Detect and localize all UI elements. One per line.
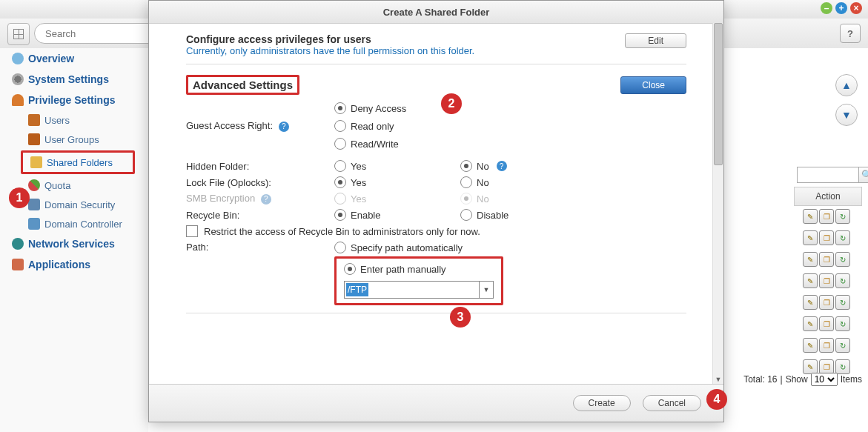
refresh-icon[interactable]: ↻ <box>835 338 850 353</box>
radio-icon <box>460 193 472 205</box>
smb-yes-option: Yes <box>334 193 431 205</box>
hidden-no-option[interactable]: No ? <box>460 160 507 172</box>
radio-icon <box>334 193 346 205</box>
refresh-icon[interactable]: ↻ <box>835 273 850 288</box>
scroll-down-button[interactable]: ▼ <box>835 104 858 126</box>
edit-icon[interactable]: ✎ <box>803 230 818 245</box>
radio-icon <box>460 176 472 188</box>
restrict-recycle-checkbox[interactable] <box>186 225 198 237</box>
path-label: Path: <box>186 242 334 253</box>
lock-file-label: Lock File (Oplocks): <box>186 177 334 188</box>
radio-icon <box>334 242 346 253</box>
sidebar-user-groups[interactable]: User Groups <box>0 130 148 149</box>
open-icon[interactable]: ❐ <box>819 295 834 310</box>
table-row-actions: ✎❐↻ <box>803 252 850 267</box>
table-row-actions: ✎❐↻ <box>803 295 850 310</box>
open-icon[interactable]: ❐ <box>819 273 834 288</box>
recycle-bin-label: Recycle Bin: <box>186 210 334 221</box>
eye-icon <box>12 53 24 64</box>
table-row-actions: ✎❐↻ <box>803 209 850 224</box>
radio-icon <box>344 263 356 275</box>
minimize-icon[interactable]: – <box>821 2 832 14</box>
search-icon[interactable]: 🔍 <box>858 167 868 183</box>
edit-icon[interactable]: ✎ <box>803 359 818 374</box>
edit-icon[interactable]: ✎ <box>803 338 818 353</box>
bin-disable-option[interactable]: Disable <box>460 209 508 221</box>
edit-button[interactable]: Edit <box>625 33 686 48</box>
edit-icon[interactable]: ✎ <box>803 273 818 288</box>
create-shared-folder-dialog: Create A Shared Folder Configure access … <box>148 0 724 422</box>
callout-4: 4 <box>706 389 727 410</box>
sidebar-system-settings[interactable]: System Settings <box>0 69 148 90</box>
sidebar-domain-controller[interactable]: Domain Controller <box>0 214 148 233</box>
help-icon[interactable]: ? <box>279 122 289 132</box>
configure-heading: Configure access privileges for users <box>186 33 625 45</box>
list-search-input[interactable]: 🔍 <box>797 167 859 183</box>
sidebar-overview[interactable]: Overview <box>0 48 148 69</box>
pager-total: Total: 16 <box>743 374 777 385</box>
edit-icon[interactable]: ✎ <box>803 209 818 224</box>
close-button[interactable]: Close <box>620 76 686 94</box>
scrollbar-thumb[interactable] <box>714 23 723 165</box>
edit-icon[interactable]: ✎ <box>803 295 818 310</box>
bin-enable-option[interactable]: Enable <box>334 209 431 221</box>
restrict-recycle-label: Restrict the access of Recycle Bin to ad… <box>204 226 480 237</box>
refresh-icon[interactable]: ↻ <box>835 252 850 267</box>
dialog-body: Configure access privileges for users Cu… <box>149 23 723 385</box>
chevron-down-icon[interactable]: ▼ <box>479 282 493 298</box>
table-row-actions: ✎❐↻ <box>803 230 850 245</box>
open-icon[interactable]: ❐ <box>819 252 834 267</box>
refresh-icon[interactable]: ↻ <box>835 230 850 245</box>
refresh-icon[interactable]: ↻ <box>835 295 850 310</box>
open-icon[interactable]: ❐ <box>819 359 834 374</box>
radio-icon <box>334 102 346 114</box>
radio-icon <box>334 209 346 221</box>
create-button[interactable]: Create <box>573 395 631 411</box>
lock-yes-option[interactable]: Yes <box>334 176 431 188</box>
refresh-icon[interactable]: ↻ <box>835 316 850 331</box>
guest-readonly-option[interactable]: Read only <box>334 120 406 132</box>
sidebar-users[interactable]: Users <box>0 110 148 130</box>
refresh-icon[interactable]: ↻ <box>835 359 850 374</box>
guest-readwrite-option[interactable]: Read/Write <box>334 138 406 150</box>
lock-no-option[interactable]: No <box>460 176 489 188</box>
path-manual-option[interactable]: Enter path manually <box>344 263 464 275</box>
refresh-icon[interactable]: ↻ <box>835 209 850 224</box>
app-grid-button[interactable] <box>7 23 30 45</box>
add-icon[interactable]: + <box>835 2 847 14</box>
callout-2: 2 <box>441 93 462 114</box>
pager-size-select[interactable]: 10 <box>811 373 838 386</box>
advanced-settings-heading: Advanced Settings <box>186 75 299 95</box>
help-icon[interactable]: ? <box>497 161 507 171</box>
radio-icon <box>334 120 346 132</box>
open-icon[interactable]: ❐ <box>819 209 834 224</box>
dialog-title: Create A Shared Folder <box>149 1 723 24</box>
path-combo[interactable]: /FTP ▼ <box>344 281 494 299</box>
close-icon[interactable]: × <box>850 2 862 14</box>
dialog-scrollbar[interactable]: ▼ <box>712 23 723 385</box>
open-icon[interactable]: ❐ <box>819 230 834 245</box>
edit-icon[interactable]: ✎ <box>803 316 818 331</box>
hidden-yes-option[interactable]: Yes <box>334 160 431 172</box>
scroll-down-icon[interactable]: ▼ <box>713 374 723 385</box>
sidebar-applications[interactable]: Applications <box>0 254 148 275</box>
smb-no-option: No <box>460 193 489 205</box>
hidden-folder-label: Hidden Folder: <box>186 161 334 172</box>
help-button[interactable]: ? <box>840 24 861 43</box>
edit-icon[interactable]: ✎ <box>803 252 818 267</box>
pager-show-label: Show <box>786 374 808 385</box>
table-row-actions: ✎❐↻ <box>803 273 850 288</box>
path-auto-option[interactable]: Specify path automatically <box>334 242 474 253</box>
open-icon[interactable]: ❐ <box>819 338 834 353</box>
scroll-up-button[interactable]: ▲ <box>835 74 858 96</box>
table-row-actions: ✎❐↻ <box>803 338 850 353</box>
cancel-button[interactable]: Cancel <box>643 395 701 411</box>
table-row-actions: ✎❐↻ <box>803 359 850 374</box>
callout-1: 1 <box>9 187 30 208</box>
guest-deny-option[interactable]: Deny Access <box>334 102 406 114</box>
sidebar-shared-folders[interactable]: Shared Folders <box>21 150 135 174</box>
configure-note: Currently, only administrators have the … <box>186 45 625 56</box>
sidebar-privilege-settings[interactable]: Privilege Settings <box>0 90 148 110</box>
sidebar-network-services[interactable]: Network Services <box>0 233 148 254</box>
open-icon[interactable]: ❐ <box>819 316 834 331</box>
